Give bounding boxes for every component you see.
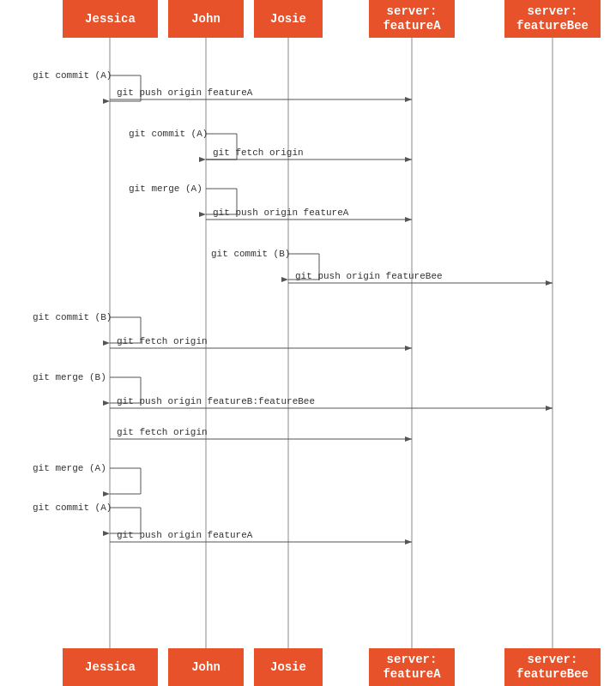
- msg-label-12: git fetch origin: [117, 427, 208, 437]
- msg-label-8: git commit (B): [33, 312, 112, 323]
- actor-featureBee: server: featureBee: [504, 0, 601, 38]
- actor-bottom-jessica: Jessica: [63, 648, 158, 686]
- msg-label-5: git push origin featureA: [213, 208, 348, 218]
- msg-label-14: git commit (A): [33, 502, 112, 514]
- msg-label-1: git push origin featureA: [117, 87, 252, 98]
- actor-john: John: [168, 0, 244, 38]
- msg-label-15: git push origin featureA: [117, 530, 252, 540]
- actor-bottom-john: John: [168, 648, 244, 686]
- actor-bottom-featureA: server: featureA: [369, 648, 455, 686]
- msg-label-2: git commit (A): [129, 129, 208, 140]
- actor-bottom-featureBee: server: featureBee: [504, 648, 601, 686]
- msg-label-13: git merge (A): [33, 463, 106, 474]
- msg-label-6: git commit (B): [211, 249, 290, 260]
- diagram-svg: [0, 0, 616, 686]
- msg-label-0: git commit (A): [33, 70, 112, 81]
- actor-featureA: server: featureA: [369, 0, 455, 38]
- sequence-diagram: JessicaJessicaJohnJohnJosieJosieserver: …: [0, 0, 616, 686]
- msg-label-9: git fetch origin: [117, 336, 208, 346]
- actor-jessica: Jessica: [63, 0, 158, 38]
- actor-bottom-josie: Josie: [254, 648, 323, 686]
- actor-josie: Josie: [254, 0, 323, 38]
- msg-label-11: git push origin featureB:featureBee: [117, 396, 315, 406]
- msg-label-7: git push origin featureBee: [295, 271, 443, 281]
- msg-label-4: git merge (A): [129, 184, 202, 195]
- msg-label-3: git fetch origin: [213, 147, 304, 158]
- msg-label-10: git merge (B): [33, 372, 106, 383]
